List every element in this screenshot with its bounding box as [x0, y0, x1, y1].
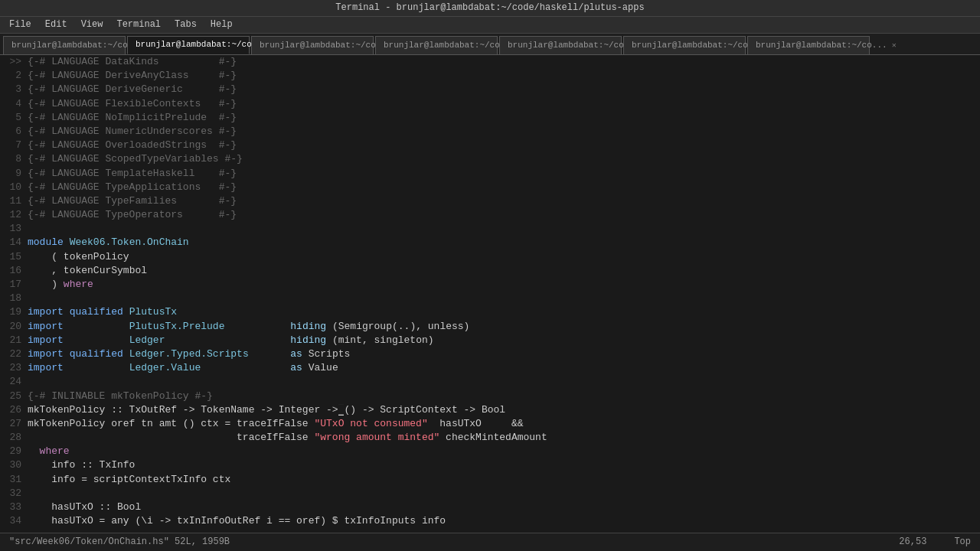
title-text: Terminal - brunjlar@lambdabat:~/code/has…	[335, 2, 644, 15]
file-info: "src/Week06/Token/OnChain.hs" 52L, 1959B	[9, 536, 230, 549]
table-row: 5 {-# LANGUAGE NoImplicitPrelude #-}	[0, 111, 980, 125]
table-row: 34 hasUTxO = any (\i -> txInInfoOutRef i…	[0, 514, 980, 528]
table-row: 12 {-# LANGUAGE TypeOperators #-}	[0, 208, 980, 222]
tab-6[interactable]: brunjlar@lambdabat:~/co... ✕	[623, 36, 746, 54]
table-row: 17 ) where	[0, 278, 980, 292]
table-row: 25 {-# INLINABLE mkTokenPolicy #-}	[0, 390, 980, 403]
table-row: 4 {-# LANGUAGE FlexibleContexts #-}	[0, 97, 980, 111]
table-row: 30 info :: TxInfo	[0, 458, 980, 472]
table-row: 27 mkTokenPolicy oref tn amt () ctx = tr…	[0, 417, 980, 431]
menu-bar: File Edit View Terminal Tabs Help	[0, 17, 980, 34]
table-row: 26 mkTokenPolicy :: TxOutRef -> TokenNam…	[0, 403, 980, 417]
table-row: 19 import qualified PlutusTx	[0, 305, 980, 319]
table-row: 18	[0, 292, 980, 305]
table-row: 28 traceIfFalse "wrong amount minted" ch…	[0, 431, 980, 445]
table-row: 29 where	[0, 445, 980, 458]
table-row: 2 {-# LANGUAGE DeriveAnyClass #-}	[0, 69, 980, 83]
table-row: >> {-# LANGUAGE DataKinds #-}	[0, 55, 980, 69]
table-row: 7 {-# LANGUAGE OverloadedStrings #-}	[0, 139, 980, 152]
table-row: 24	[0, 375, 980, 389]
table-row: 8 {-# LANGUAGE ScopedTypeVariables #-}	[0, 152, 980, 166]
menu-help[interactable]: Help	[204, 17, 239, 33]
table-row: 14 module Week06.Token.OnChain	[0, 236, 980, 249]
code-area: >> {-# LANGUAGE DataKinds #-} 2 {-# LANG…	[0, 55, 980, 528]
table-row: 6 {-# LANGUAGE NumericUnderscores #-}	[0, 125, 980, 139]
menu-file[interactable]: File	[3, 17, 38, 33]
table-row: 13	[0, 222, 980, 236]
menu-edit[interactable]: Edit	[39, 17, 74, 33]
table-row: 11 {-# LANGUAGE TypeFamilies #-}	[0, 194, 980, 208]
menu-view[interactable]: View	[75, 17, 109, 33]
table-row: 23 import Ledger.Value as Value	[0, 361, 980, 375]
table-row: 33 hasUTxO :: Bool	[0, 500, 980, 514]
table-row: 31 info = scriptContextTxInfo ctx	[0, 473, 980, 487]
table-row: 16 , tokenCurSymbol	[0, 264, 980, 278]
cursor-position: 26,53 Top	[899, 536, 971, 549]
table-row: 32	[0, 487, 980, 500]
tab-1[interactable]: brunjlar@lambdabat:~/co... ✕	[3, 36, 126, 54]
tab-7[interactable]: brunjlar@lambdabat:~/co... ✕	[747, 36, 870, 54]
table-row: 10 {-# LANGUAGE TypeApplications #-}	[0, 181, 980, 194]
tab-3[interactable]: brunjlar@lambdabat:~/co... ✕	[251, 36, 374, 54]
table-row: 9 {-# LANGUAGE TemplateHaskell #-}	[0, 167, 980, 181]
tab-2[interactable]: brunjlar@lambdabat:~/co... ✕	[127, 36, 250, 54]
tab-5[interactable]: brunjlar@lambdabat:~/co... ✕	[499, 36, 622, 54]
table-row: 3 {-# LANGUAGE DeriveGeneric #-}	[0, 83, 980, 96]
table-row: 20 import PlutusTx.Prelude hiding (Semig…	[0, 320, 980, 334]
table-row: 22 import qualified Ledger.Typed.Scripts…	[0, 347, 980, 361]
tab-4[interactable]: brunjlar@lambdabat:~/co... ✕	[375, 36, 498, 54]
tab-7-close[interactable]: ✕	[892, 41, 897, 51]
tabs-bar: brunjlar@lambdabat:~/co... ✕ brunjlar@la…	[0, 34, 980, 55]
status-bar: "src/Week06/Token/OnChain.hs" 52L, 1959B…	[0, 533, 980, 551]
menu-terminal[interactable]: Terminal	[110, 17, 167, 33]
table-row: 21 import Ledger hiding (mint, singleton…	[0, 334, 980, 347]
table-row: 15 ( tokenPolicy	[0, 250, 980, 264]
title-bar: Terminal - brunjlar@lambdabat:~/code/has…	[0, 0, 980, 17]
editor: >> {-# LANGUAGE DataKinds #-} 2 {-# LANG…	[0, 55, 980, 533]
menu-tabs[interactable]: Tabs	[168, 17, 203, 33]
